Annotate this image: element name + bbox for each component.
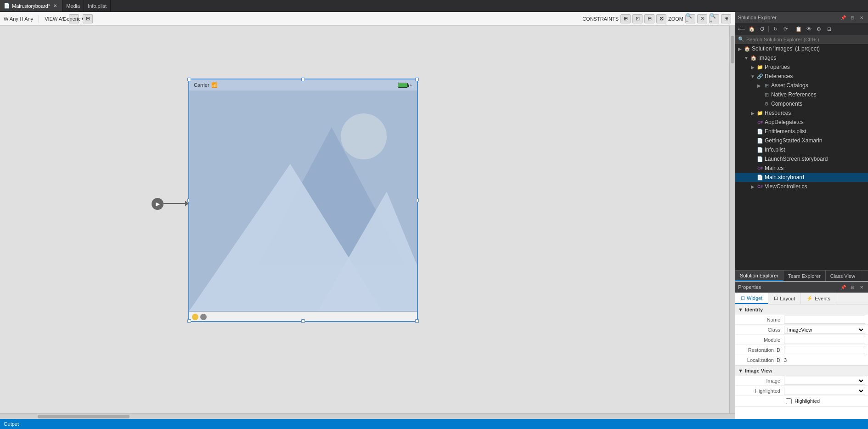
tab-info-plist[interactable]: Info.plist (84, 0, 111, 11)
tree-entitlements[interactable]: ▶ 📄 Entitlements.plist (735, 127, 868, 136)
tab-team-explorer[interactable]: Team Explorer (783, 271, 826, 281)
zoom-fit-button[interactable]: ⊞ (721, 14, 731, 23)
pin-button[interactable]: 📌 (840, 14, 847, 21)
expander-viewcontroller[interactable]: ▶ (750, 184, 755, 189)
tab-main-storyboard[interactable]: 📄 Main.storyboard* ✕ (0, 0, 62, 11)
tree-maincs[interactable]: ▶ C# Main.cs (735, 164, 868, 173)
solution-explorer-header: Solution Explorer 📌 ⊟ ✕ (735, 12, 868, 23)
tab-layout[interactable]: ⊡ Layout (768, 293, 801, 304)
close-button[interactable]: ✕ (858, 14, 865, 21)
square-button[interactable]: ⊞ (83, 14, 93, 23)
properties-content: ▼ Identity Name Class ImageView M (735, 305, 868, 419)
expander-references[interactable]: ▼ (750, 73, 755, 79)
se-tabs: Solution Explorer Team Explorer Class Vi… (735, 270, 868, 281)
tree-components[interactable]: ▶ ⚙ Components (735, 99, 868, 108)
restoration-input[interactable] (784, 346, 865, 354)
image-view[interactable] (189, 90, 417, 312)
tab-events[interactable]: ⚡ Events (801, 293, 836, 304)
se-back-btn[interactable]: ⟵ (737, 24, 746, 34)
se-props-btn[interactable]: 📋 (794, 24, 803, 34)
tab-class-view[interactable]: Class View (826, 271, 860, 281)
class-select[interactable]: ImageView (784, 326, 865, 334)
selection-handle-bl[interactable] (187, 319, 191, 323)
asset-catalogs-label: Asset Catalogs (771, 82, 808, 89)
search-icon: 🔍 (738, 36, 744, 42)
tree-appdelegate[interactable]: ▶ C# AppDelegate.cs (735, 118, 868, 127)
expander-resources[interactable]: ▶ (750, 110, 755, 116)
canvas-area[interactable]: ▶ (0, 26, 729, 413)
hscroll-thumb[interactable] (38, 415, 130, 418)
constraint-btn-2[interactable]: ⊡ (632, 14, 643, 23)
vertical-scrollbar[interactable] (729, 26, 735, 413)
highlighted-checkbox[interactable] (786, 398, 792, 404)
se-home-btn[interactable]: 🏠 (747, 24, 756, 34)
tree-gettingstarted[interactable]: ▶ 📄 GettingStarted.Xamarin (735, 136, 868, 145)
se-settings-btn[interactable]: ⚙ (814, 24, 823, 34)
tab-close-button[interactable]: ✕ (52, 3, 58, 9)
tree-native-references[interactable]: ▶ ⊞ Native References (735, 90, 868, 99)
highlighted-select[interactable] (784, 387, 865, 395)
storyboard-icon: 📄 (756, 155, 764, 163)
zoom-out-button[interactable]: 🔍− (685, 14, 695, 23)
tree-project-images[interactable]: ▼ 🏠 Images (735, 53, 868, 62)
vscroll-thumb[interactable] (731, 36, 734, 63)
selection-handle-bottom[interactable] (301, 319, 305, 323)
expander-images[interactable]: ▼ (744, 55, 749, 61)
horizontal-scrollbar[interactable] (0, 413, 735, 419)
selection-handle-tl[interactable] (187, 78, 191, 81)
selection-handle-top[interactable] (301, 78, 305, 81)
float-button[interactable]: ⊟ (849, 14, 856, 21)
tree-infoplist[interactable]: ▶ 📄 Info.plist (735, 145, 868, 154)
se-refresh-btn[interactable]: ⟳ (781, 24, 790, 34)
doc-icon: 📄 (756, 137, 764, 144)
module-input[interactable] (784, 336, 865, 344)
tree-resources[interactable]: ▶ 📁 Resources (735, 108, 868, 118)
components-icon: ⚙ (763, 100, 770, 107)
selection-handle-tr[interactable] (415, 78, 419, 81)
imageview-expander[interactable]: ▼ (738, 368, 743, 373)
se-preview-btn[interactable]: 👁 (804, 24, 813, 34)
props-pin-button[interactable]: 📌 (840, 283, 847, 291)
tree-properties[interactable]: ▶ 📁 Properties (735, 62, 868, 72)
props-close-button[interactable]: ✕ (858, 283, 865, 291)
se-filter-btn[interactable]: ⊟ (824, 24, 834, 34)
se-pending-btn[interactable]: ⏱ (757, 24, 767, 34)
image-select[interactable] (784, 377, 865, 385)
size-label: W Any H Any (4, 16, 33, 22)
props-float-button[interactable]: ⊟ (849, 283, 856, 291)
expander-properties[interactable]: ▶ (750, 64, 755, 70)
constraints-label: CONSTRAINTS (582, 16, 619, 22)
zoom-in-button[interactable]: 🔍+ (709, 14, 719, 23)
imageview-header: ▼ Image View (735, 366, 868, 376)
tree-mainstoryboard[interactable]: ▶ 📄 Main.storyboard (735, 173, 868, 182)
constraint-btn-4[interactable]: ⊠ (656, 14, 666, 23)
tree-asset-catalogs[interactable]: ▶ ⊞ Asset Catalogs (735, 81, 868, 90)
generic-dropdown[interactable]: Generic ▼ (69, 14, 79, 23)
selection-handle-br[interactable] (415, 319, 419, 323)
tree-launchscreen[interactable]: ▶ 📄 LaunchScreen.storyboard (735, 154, 868, 164)
wifi-icon: 📶 (211, 82, 218, 88)
name-input[interactable] (784, 316, 865, 324)
zoom-reset-button[interactable]: ⊙ (697, 14, 707, 23)
identity-expander[interactable]: ▼ (738, 307, 743, 312)
se-sync-btn[interactable]: ↻ (771, 24, 780, 34)
tab-media[interactable]: Media (62, 0, 84, 11)
expander-asset-catalogs[interactable]: ▶ (756, 83, 762, 88)
main-area: W Any H Any VIEW AS Generic ▼ ⊞ CONSTRAI… (0, 12, 868, 419)
search-input[interactable] (746, 37, 865, 42)
plist2-icon: 📄 (756, 146, 764, 153)
expander-native-refs[interactable]: ▶ (756, 92, 762, 97)
tab-solution-explorer[interactable]: Solution Explorer (735, 271, 783, 281)
props-name-row: Name (735, 315, 868, 325)
se-search-bar: 🔍 (735, 35, 868, 44)
tab-widget[interactable]: ◻ Widget (735, 293, 768, 304)
viewcontroller-label: ViewController.cs (765, 183, 807, 190)
expander-solution[interactable]: ▶ (737, 46, 743, 51)
tree-references[interactable]: ▼ 🔗 References (735, 72, 868, 81)
constraint-btn-3[interactable]: ⊟ (644, 14, 654, 23)
expander-gettingstarted: ▶ (750, 138, 755, 143)
tree-solution[interactable]: ▶ 🏠 Solution 'Images' (1 project) (735, 44, 868, 53)
device-frame[interactable]: Carrier 📶 + (188, 79, 418, 322)
tree-viewcontroller[interactable]: ▶ C# ViewController.cs (735, 182, 868, 191)
constraint-btn-1[interactable]: ⊞ (620, 14, 631, 23)
